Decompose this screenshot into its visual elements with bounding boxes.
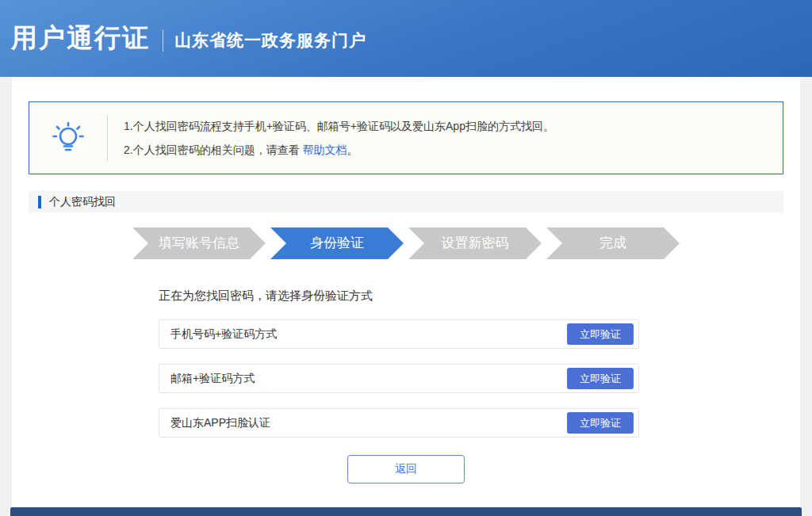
verify-now-button-phone[interactable]: 立即验证 (567, 323, 634, 345)
step-complete: 完成 (546, 227, 680, 259)
notice-line-2-suffix: 。 (347, 143, 358, 156)
option-row-phone: 手机号码+验证码方式 立即验证 (159, 319, 639, 349)
verification-options: 手机号码+验证码方式 立即验证 邮箱+验证码方式 立即验证 爱山东APP扫脸认证… (159, 319, 639, 438)
step-fill-account-info: 填写账号信息 (132, 227, 266, 259)
option-row-app-face: 爱山东APP扫脸认证 立即验证 (159, 408, 639, 438)
notice-line-2-prefix: 2.个人找回密码的相关问题，请查看 (124, 143, 303, 156)
help-doc-link[interactable]: 帮助文档 (303, 143, 347, 156)
verify-now-button-email[interactable]: 立即验证 (567, 368, 634, 389)
notice-text: 1.个人找回密码流程支持手机+验证码、邮箱号+验证码以及爱山东App扫脸的方式找… (108, 102, 554, 174)
section-header: 个人密码找回 (29, 191, 783, 212)
portal-title: 用户通行证 (11, 21, 150, 56)
progress-steps: 填写账号信息 身份验证 设置新密码 完成 (12, 227, 800, 259)
section-title: 个人密码找回 (49, 195, 116, 209)
header: 用户通行证 山东省统一政务服务门户 (0, 0, 812, 77)
prompt-text: 正在为您找回密码，请选择身份验证方式 (159, 289, 800, 304)
back-button[interactable]: 返回 (347, 455, 465, 484)
option-label-email: 邮箱+验证码方式 (170, 372, 255, 386)
notice-line-2: 2.个人找回密码的相关问题，请查看 帮助文档。 (124, 138, 554, 162)
section-accent-bar (38, 196, 41, 208)
back-button-wrap: 返回 (12, 455, 800, 484)
verify-now-button-app-face[interactable]: 立即验证 (567, 412, 634, 434)
option-label-phone: 手机号码+验证码方式 (170, 327, 277, 342)
step-identity-verification: 身份验证 (270, 227, 404, 259)
content-card: 1.个人找回密码流程支持手机+验证码、邮箱号+验证码以及爱山东App扫脸的方式找… (12, 77, 800, 516)
option-row-email: 邮箱+验证码方式 立即验证 (159, 364, 639, 393)
lightbulb-icon (29, 102, 107, 174)
footer-bar (10, 507, 802, 516)
notice-line-1: 1.个人找回密码流程支持手机+验证码、邮箱号+验证码以及爱山东App扫脸的方式找… (124, 114, 554, 138)
page-body: 1.个人找回密码流程支持手机+验证码、邮箱号+验证码以及爱山东App扫脸的方式找… (0, 77, 812, 516)
notice-box: 1.个人找回密码流程支持手机+验证码、邮箱号+验证码以及爱山东App扫脸的方式找… (29, 101, 783, 174)
portal-subtitle: 山东省统一政务服务门户 (174, 29, 366, 52)
option-label-app-face: 爱山东APP扫脸认证 (170, 416, 270, 430)
header-separator (163, 29, 163, 52)
step-set-new-password: 设置新密码 (408, 227, 542, 259)
